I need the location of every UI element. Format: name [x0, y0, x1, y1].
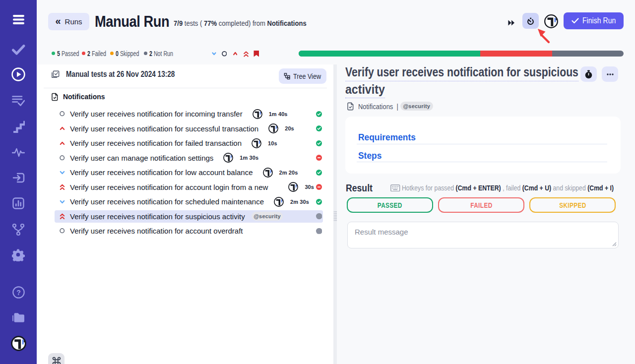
svg-text:?: ? [16, 289, 21, 297]
